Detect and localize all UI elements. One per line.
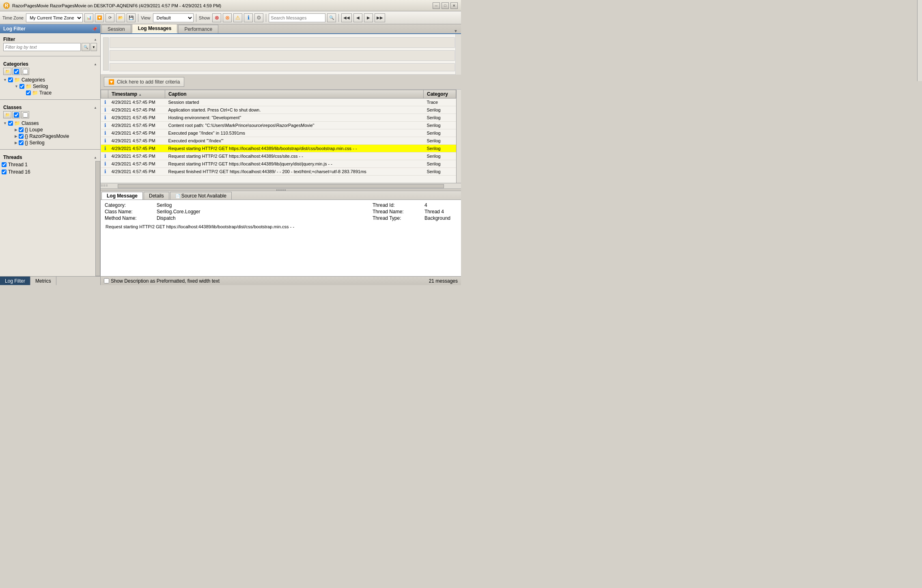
col-timestamp-header[interactable]: Timestamp ▲: [108, 90, 165, 99]
trace-checkbox[interactable]: [26, 90, 31, 95]
thread-16-checkbox[interactable]: [2, 170, 6, 174]
right-scroll-area[interactable]: [455, 34, 461, 75]
row-category: Trace: [424, 99, 456, 106]
table-row[interactable]: ℹ4/29/2021 4:57:45 PMRequest starting HT…: [101, 152, 456, 160]
detail-tab-details[interactable]: Details: [144, 192, 169, 200]
categories-arrow: ▲: [94, 62, 97, 66]
filter-criteria-button[interactable]: 🔽 Click here to add filter criteria: [104, 77, 184, 87]
classes-uncheck-all[interactable]: [23, 112, 28, 118]
classes-folder-btn[interactable]: 📁: [3, 111, 11, 118]
serilog-expand[interactable]: ▼: [15, 84, 18, 88]
search-button[interactable]: 🔍: [327, 13, 336, 22]
tab-log-messages[interactable]: Log Messages: [132, 24, 178, 33]
view-select[interactable]: Default: [153, 13, 194, 22]
table-row[interactable]: ℹ4/29/2021 4:57:45 PMHosting environment…: [101, 114, 456, 122]
save-button[interactable]: 💾: [127, 13, 136, 22]
detail-tab-source[interactable]: 📄 Source Not Available: [170, 192, 232, 200]
preformatted-checkbox[interactable]: [104, 278, 109, 283]
timezone-select[interactable]: My Current Time Zone: [26, 13, 83, 22]
warning-filter-button[interactable]: ⊗: [223, 13, 232, 22]
razor-expand[interactable]: ▶: [15, 134, 17, 138]
classes-section-header[interactable]: Classes ▲: [3, 103, 97, 111]
serilog-checkbox[interactable]: [19, 84, 24, 89]
filter-section-header[interactable]: Filter ▲: [3, 35, 97, 43]
nav-back-button[interactable]: ◀◀: [341, 13, 352, 22]
error-filter-button[interactable]: ⊗: [212, 13, 221, 22]
metrics-tab[interactable]: Metrics: [30, 277, 56, 285]
loupe-checkbox[interactable]: [19, 127, 24, 132]
row-info-icon: ℹ: [104, 115, 106, 120]
categories-folder-btn[interactable]: 📁: [3, 68, 11, 75]
table-row[interactable]: ℹ4/29/2021 4:57:45 PMExecuted page "/Ind…: [101, 129, 456, 137]
nav-prev-button[interactable]: ◀: [353, 13, 362, 22]
tab-scroll-right[interactable]: ▼: [454, 29, 460, 33]
categories-section-header[interactable]: Categories ▲: [3, 60, 97, 68]
minimize-button[interactable]: ─: [433, 2, 440, 9]
separator-1: [138, 14, 138, 22]
classes-root-expand[interactable]: ▼: [3, 121, 7, 125]
category-serilog: ▼ 📁 Serilog: [15, 83, 97, 90]
tab-performance[interactable]: Performance: [178, 25, 218, 33]
search-input[interactable]: [269, 13, 325, 22]
log-table-hscrollbar[interactable]: ⠿⠿⠿: [101, 183, 461, 189]
top-empty-area: [101, 34, 461, 75]
log-table-scrollbar[interactable]: [456, 90, 461, 183]
classes-root-checkbox[interactable]: [8, 121, 13, 126]
col-caption-header[interactable]: Caption: [165, 90, 424, 99]
col-category-header[interactable]: Category: [424, 90, 456, 99]
log-table-container[interactable]: Timestamp ▲ Caption Category ℹ4/: [101, 90, 461, 183]
row-info-icon: ℹ: [104, 107, 106, 113]
nav-forward-button[interactable]: ▶▶: [375, 13, 385, 22]
thread-1-checkbox[interactable]: [2, 162, 6, 167]
maximize-button[interactable]: □: [442, 2, 449, 9]
left-scroll-bar[interactable]: [103, 37, 109, 71]
table-row[interactable]: ℹ4/29/2021 4:57:45 PMExecuted endpoint '…: [101, 137, 456, 145]
table-row[interactable]: ℹ4/29/2021 4:57:45 PMRequest starting HT…: [101, 145, 456, 152]
tab-session[interactable]: Session: [101, 25, 131, 33]
filter-dropdown-button[interactable]: ▼: [90, 43, 97, 51]
table-row[interactable]: ℹ4/29/2021 4:57:45 PMApplication started…: [101, 106, 456, 114]
nav-next-button[interactable]: ▶: [364, 13, 373, 22]
categories-root-checkbox[interactable]: [8, 77, 13, 82]
table-row[interactable]: ℹ4/29/2021 4:57:45 PMContent root path: …: [101, 122, 456, 129]
thread-name-value: Thread 4: [424, 209, 457, 215]
table-row[interactable]: ℹ4/29/2021 4:57:45 PMSession startedTrac…: [101, 99, 456, 106]
alert-filter-button[interactable]: ⚠: [233, 13, 242, 22]
detail-tab-log-message[interactable]: Log Message: [101, 192, 143, 200]
row-caption: Executed page "/Index" in 110.5391ms: [165, 129, 424, 137]
row-caption: Request starting HTTP/2 GET https://loca…: [165, 145, 424, 152]
pin-icon[interactable]: 📌: [92, 27, 97, 31]
filter-search-button[interactable]: 🔍: [82, 43, 90, 51]
app-icon: R: [3, 2, 10, 9]
chart-button[interactable]: 📊: [84, 13, 93, 22]
refresh-button[interactable]: ⟳: [106, 13, 114, 22]
table-row[interactable]: ℹ4/29/2021 4:57:45 PMRequest starting HT…: [101, 160, 456, 168]
loupe-expand[interactable]: ▶: [15, 128, 17, 132]
categories-uncheck-all[interactable]: [23, 69, 28, 74]
categories-check-all[interactable]: [14, 69, 19, 74]
categories-root-expand[interactable]: ▼: [3, 78, 7, 82]
classes-uncheck-all-btn[interactable]: [21, 111, 29, 118]
classes-check-all-btn[interactable]: [12, 111, 20, 118]
info-filter-button[interactable]: ℹ: [244, 13, 253, 22]
settings-filter-button[interactable]: ⚙: [254, 13, 263, 22]
show-label: Show: [199, 15, 210, 20]
folder-button[interactable]: 📂: [116, 13, 125, 22]
categories-check-all-btn[interactable]: [12, 68, 20, 75]
filter-text-input[interactable]: [3, 43, 81, 51]
top-bar-1: [110, 37, 455, 48]
log-scroll-inner[interactable]: Timestamp ▲ Caption Category ℹ4/: [101, 90, 456, 183]
classes-check-all[interactable]: [14, 112, 19, 118]
razor-checkbox[interactable]: [19, 134, 24, 139]
serilog-class-checkbox[interactable]: [19, 140, 24, 145]
row-category: Serilog: [424, 168, 456, 176]
threads-section-header[interactable]: Threads ▲: [3, 153, 97, 161]
serilog-class-expand[interactable]: ▶: [15, 141, 17, 145]
close-button[interactable]: ✕: [450, 2, 458, 9]
table-row[interactable]: ℹ4/29/2021 4:57:45 PMRequest finished HT…: [101, 168, 456, 176]
categories-root-item: ▼ 📁 Categories: [3, 77, 97, 83]
filter-button[interactable]: 🔽: [95, 13, 104, 22]
categories-uncheck-all-btn[interactable]: [21, 68, 29, 75]
log-filter-tab[interactable]: Log Filter: [0, 277, 30, 285]
threads-scrollbar[interactable]: [95, 161, 100, 276]
